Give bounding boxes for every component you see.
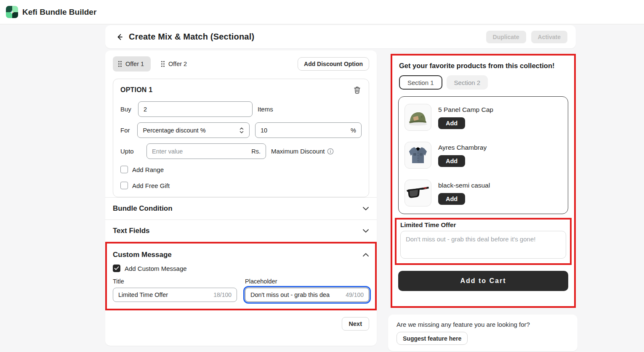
app-logo-icon: + bbox=[6, 6, 18, 18]
section-custom-message[interactable]: Custom Message bbox=[113, 249, 369, 261]
section-tabs: Section 1 Section 2 bbox=[399, 75, 568, 90]
max-discount-field: Rs. bbox=[146, 143, 266, 159]
upto-row: Upto Rs. Maximum Discount bbox=[120, 143, 362, 159]
placeholder-field-label: Placeholder bbox=[245, 278, 369, 285]
add-product-button[interactable]: Add bbox=[438, 117, 465, 129]
maximum-discount-label: Maximum Discount bbox=[271, 148, 334, 155]
product-image-chambray-shirt bbox=[404, 142, 431, 169]
trash-icon bbox=[354, 86, 361, 94]
select-stepper-icon bbox=[239, 127, 244, 134]
add-product-button[interactable]: Add bbox=[438, 193, 465, 205]
feedback-question: Are we missing any feature you are looki… bbox=[397, 321, 569, 328]
add-free-gift-label: Add Free Gift bbox=[132, 182, 170, 189]
info-icon[interactable] bbox=[327, 148, 334, 155]
product-row: Ayres Chambray Add bbox=[399, 136, 568, 174]
add-custom-message-row[interactable]: Add Custom Message bbox=[113, 265, 369, 272]
product-row: 5 Panel Camp Cap Add bbox=[399, 98, 568, 136]
next-button[interactable]: Next bbox=[342, 317, 369, 331]
buy-quantity-input[interactable] bbox=[144, 106, 247, 113]
page-header: Create Mix & Match (Sectional) Duplicate… bbox=[105, 25, 576, 48]
for-row: For Percentage discount % % bbox=[120, 122, 362, 138]
option-1-card: OPTION 1 Buy Items For Percentage discou… bbox=[113, 79, 369, 197]
buy-row: Buy Items bbox=[120, 101, 362, 117]
add-range-checkbox[interactable] bbox=[120, 166, 128, 173]
max-discount-input[interactable] bbox=[152, 148, 248, 155]
add-to-cart-button[interactable]: Add to Cart bbox=[398, 271, 568, 291]
offer-message-textarea[interactable] bbox=[400, 231, 566, 259]
title-char-counter: 18/100 bbox=[213, 291, 232, 298]
preview-heading: Get your favorite products from this col… bbox=[399, 62, 568, 70]
chevron-down-icon bbox=[362, 229, 369, 233]
tab-offer-2[interactable]: Offer 2 bbox=[156, 56, 194, 71]
add-free-gift-checkbox-row[interactable]: Add Free Gift bbox=[120, 182, 362, 189]
drag-handle-icon bbox=[118, 61, 122, 67]
option-1-title: OPTION 1 bbox=[120, 86, 152, 94]
custom-title-field: 18/100 bbox=[113, 288, 237, 302]
buy-label: Buy bbox=[120, 106, 138, 113]
checkmark-icon bbox=[114, 266, 119, 270]
section-bundle-condition[interactable]: Bundle Condition bbox=[105, 197, 377, 220]
upto-label: Upto bbox=[120, 148, 142, 155]
back-arrow-icon[interactable] bbox=[114, 31, 125, 43]
activate-button[interactable]: Activate bbox=[531, 31, 567, 43]
percent-suffix: % bbox=[351, 127, 356, 134]
text-fields-title: Text Fields bbox=[113, 227, 150, 235]
add-discount-option-button[interactable]: Add Discount Option bbox=[298, 57, 369, 71]
add-custom-message-label: Add Custom Message bbox=[125, 265, 187, 272]
add-range-checkbox-row[interactable]: Add Range bbox=[120, 166, 362, 173]
tab-offer-1-label: Offer 1 bbox=[125, 61, 144, 67]
duplicate-button[interactable]: Duplicate bbox=[486, 31, 526, 43]
drag-handle-icon bbox=[161, 61, 165, 67]
product-row: black-semi casual Add bbox=[399, 174, 568, 212]
tab-section-1[interactable]: Section 1 bbox=[399, 75, 442, 90]
add-free-gift-checkbox[interactable] bbox=[120, 182, 128, 189]
discount-type-selected: Percentage discount % bbox=[143, 127, 205, 134]
add-range-label: Add Range bbox=[132, 166, 164, 173]
currency-suffix: Rs. bbox=[251, 148, 261, 155]
discount-value-field: % bbox=[255, 122, 362, 138]
products-list: 5 Panel Camp Cap Add Ayres Chambray Add bbox=[398, 96, 568, 214]
preview-annotation-box: Get your favorite products from this col… bbox=[391, 54, 576, 308]
chevron-up-icon bbox=[362, 253, 369, 257]
tab-offer-2-label: Offer 2 bbox=[168, 61, 187, 67]
suggest-feature-button[interactable]: Suggest feature here bbox=[397, 332, 468, 345]
custom-message-annotation-box: Custom Message Add Custom Message Title … bbox=[105, 242, 377, 310]
tab-offer-1[interactable]: Offer 1 bbox=[113, 56, 151, 71]
custom-placeholder-input[interactable] bbox=[250, 291, 342, 298]
product-name: 5 Panel Camp Cap bbox=[438, 106, 493, 114]
custom-title-input[interactable] bbox=[118, 291, 210, 298]
title-field-label: Title bbox=[113, 278, 237, 285]
product-image-sunglasses bbox=[404, 180, 431, 206]
custom-placeholder-field: 49/100 bbox=[245, 288, 369, 302]
tab-section-2[interactable]: Section 2 bbox=[447, 75, 488, 90]
product-name: Ayres Chambray bbox=[438, 144, 487, 151]
offer-tabs: Offer 1 Offer 2 Add Discount Option bbox=[113, 56, 369, 71]
feedback-card: Are we missing any feature you are looki… bbox=[388, 315, 577, 351]
chevron-down-icon bbox=[362, 206, 369, 211]
product-name: black-semi casual bbox=[438, 182, 490, 189]
items-label: Items bbox=[258, 106, 273, 113]
section-text-fields[interactable]: Text Fields bbox=[105, 220, 377, 242]
for-label: For bbox=[120, 127, 137, 134]
offer-editor-card: Offer 1 Offer 2 Add Discount Option OPTI… bbox=[105, 50, 377, 346]
app-title: Kefi Bundle Builder bbox=[22, 8, 96, 17]
delete-option-button[interactable] bbox=[353, 85, 362, 95]
placeholder-char-counter: 49/100 bbox=[346, 291, 364, 298]
discount-value-input[interactable] bbox=[261, 127, 347, 134]
custom-message-title: Custom Message bbox=[113, 251, 172, 259]
offer-message-label: Limited Time Offer bbox=[400, 221, 566, 228]
add-product-button[interactable]: Add bbox=[438, 155, 465, 167]
add-custom-message-checkbox[interactable] bbox=[113, 265, 120, 272]
buy-quantity-field bbox=[138, 101, 253, 117]
product-image-camp-cap bbox=[404, 104, 431, 131]
page-title: Create Mix & Match (Sectional) bbox=[129, 32, 254, 42]
offer-message-annotation-box: Limited Time Offer bbox=[395, 218, 572, 265]
discount-type-select[interactable]: Percentage discount % bbox=[137, 122, 250, 138]
bundle-condition-title: Bundle Condition bbox=[113, 204, 173, 213]
top-bar: + Kefi Bundle Builder bbox=[0, 0, 644, 24]
